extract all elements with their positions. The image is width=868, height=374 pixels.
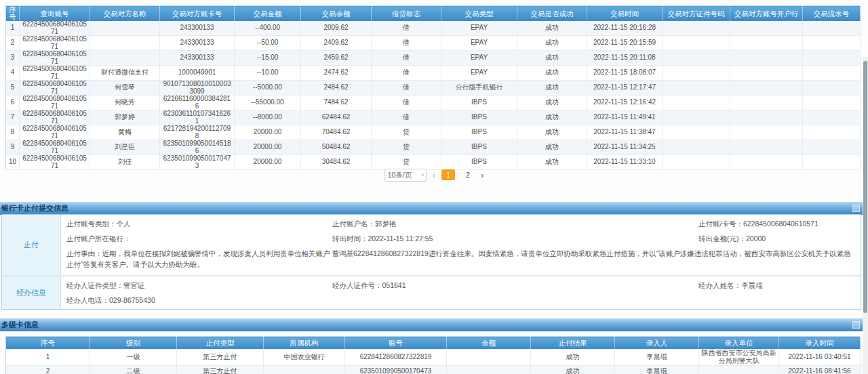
cell-serial	[803, 36, 861, 51]
cell-card: 6230361101073416261	[160, 110, 235, 125]
cell-counterparty: 何雪琴	[90, 81, 160, 96]
collapse-icon[interactable]	[852, 321, 860, 329]
cell-bank	[730, 21, 803, 36]
stop-payment-label: 止付	[2, 215, 61, 275]
page-size-select[interactable]: 10条/页 ˅	[384, 169, 427, 182]
cell-level: 一级	[90, 349, 177, 366]
cell-amount: --8000.00	[235, 110, 301, 125]
cell-entry_org	[699, 366, 779, 374]
table-row: 36228450068040610571243300133--15.002459…	[6, 51, 861, 66]
cell-seq: 2	[6, 36, 20, 51]
cell-seq: 9	[6, 140, 20, 155]
column-header: 所属机构	[264, 337, 345, 350]
table-row: 76228450068040610571郭梦婷62303611010734162…	[6, 110, 861, 125]
stop-payment-content: 止付账号类别：个人 止付账户名：郭梦艳 止付账/卡号：6228450068040…	[61, 215, 861, 275]
handler-info-label: 经办信息	[2, 276, 61, 309]
page-2-button[interactable]: 2	[461, 169, 475, 180]
cell-type: EPAY	[441, 36, 517, 51]
cell-card: 6217281942001127098	[160, 125, 235, 140]
column-header: 交易余额	[301, 6, 372, 22]
cell-serial	[803, 21, 861, 36]
page-numbers: 12	[441, 169, 475, 180]
field-handler-phone: 经办人电话：029-86755430	[66, 293, 332, 308]
cell-account: 6228450068040610571	[20, 110, 90, 125]
cell-entry_time: 2022-11-16 03:40:51	[779, 349, 861, 366]
column-header: 余额	[447, 337, 531, 350]
column-header: 交易对方名称	[90, 6, 160, 22]
cell-stop_type: 第三方止付	[177, 366, 264, 374]
column-header: 级别	[90, 337, 177, 350]
cell-amount: --50.00	[235, 36, 301, 51]
cell-account: 6228450068040610571	[20, 36, 90, 51]
cell-org	[264, 366, 345, 374]
field-account-category: 止付账号类别：个人	[66, 216, 332, 231]
cell-flag: 借	[372, 110, 441, 125]
cell-serial	[803, 81, 861, 96]
stop-payment-info-box: 止付 止付账号类别：个人 止付账户名：郭梦艳 止付账/卡号：6228450068…	[1, 214, 861, 310]
cell-time: 2022-11-15 20:16:28	[587, 21, 663, 36]
cell-account: 6228450068040610571	[20, 81, 90, 96]
cell-balance: 2459.62	[301, 51, 372, 66]
cell-flag: 借	[372, 96, 441, 110]
cell-cert	[663, 21, 730, 36]
stop-payment-reason: 止付事由：近期，我单位在接报刘妮被骗警情中，发现涉案人员利用贵单位相关账户 曹鸿…	[61, 246, 861, 274]
cell-account: 6228450068040610571	[20, 21, 90, 36]
cell-entry_time: 2022-11-16 08:41:56	[779, 366, 861, 374]
column-header: 查询账号	[20, 6, 90, 22]
cell-amount: --55000.00	[235, 96, 301, 110]
cell-amount: 20000.00	[235, 125, 301, 140]
prev-page-button[interactable]: ‹	[433, 169, 435, 181]
cell-success: 成功	[517, 66, 587, 81]
cell-balance	[447, 349, 531, 366]
cell-card: 6216611600003842816	[160, 96, 235, 110]
field-transfer-time: 转出时间：2022-11-15 11:27:55	[332, 231, 698, 246]
stop-payment-fields-row1: 止付账号类别：个人 止付账户名：郭梦艳 止付账/卡号：6228450068040…	[61, 216, 861, 231]
cell-account: 6228412860827322819	[345, 349, 447, 366]
cell-amount: 20000.00	[235, 140, 301, 155]
field-card-number: 止付账/卡号：6228450068040610571	[698, 216, 861, 231]
section-title-text: 多级卡信息	[1, 320, 39, 329]
cell-card: 243300133	[160, 36, 235, 51]
column-header: 交易金额	[235, 6, 301, 22]
cell-counterparty: 何晓芳	[90, 96, 160, 110]
cell-balance: 50484.62	[301, 140, 372, 155]
scrollbar-thumb[interactable]	[863, 61, 867, 313]
cell-card: 9010713080100100033099	[160, 81, 235, 96]
cell-type: IBPS	[441, 140, 517, 155]
cell-time: 2022-11-15 11:38:47	[587, 125, 663, 140]
cell-stop_type: 第三方止付	[177, 349, 264, 366]
column-header: 交易对方账卡号	[160, 6, 235, 22]
cell-success: 成功	[517, 81, 587, 96]
cell-amount: --5000.00	[235, 81, 301, 96]
collapse-icon[interactable]	[852, 205, 860, 212]
cell-bank	[730, 51, 803, 66]
cell-seq: 5	[6, 81, 20, 96]
cell-counterparty: 郭梦婷	[90, 110, 160, 125]
cell-amount: --10.00	[235, 66, 301, 81]
page-1-button[interactable]: 1	[441, 169, 455, 180]
cell-type: 分行版手机银行	[441, 81, 517, 96]
cell-balance	[447, 366, 531, 374]
cell-account: 6228450068040610571	[20, 51, 90, 66]
cell-counterparty: 财付通微信支付	[90, 66, 160, 81]
cell-success: 成功	[517, 140, 587, 155]
vertical-scrollbar[interactable]	[863, 57, 868, 374]
cell-seq: 4	[6, 66, 20, 81]
stop-payment-section-title: 银行卡止付提交信息	[0, 202, 864, 215]
cell-bank	[730, 96, 803, 110]
cell-seq: 1	[6, 349, 90, 366]
stop-payment-fields-row2: 止付账户所在银行： 转出时间：2022-11-15 11:27:55 转出金额(…	[61, 231, 861, 246]
cell-bank	[730, 140, 803, 155]
cell-cert	[663, 110, 730, 125]
cell-time: 2022-11-15 12:17:47	[587, 81, 663, 96]
next-page-button[interactable]: ›	[481, 169, 484, 181]
table-row: 2二级第三方止付6235010990500170473成功李晨琨2022-11-…	[6, 366, 861, 374]
cell-success: 成功	[517, 96, 587, 110]
cell-entered_by: 李晨琨	[615, 349, 699, 366]
cell-success: 成功	[517, 51, 587, 66]
column-header: 录入人	[615, 337, 699, 350]
cell-level: 二级	[90, 366, 177, 374]
cell-flag: 借	[372, 51, 441, 66]
cell-type: IBPS	[441, 125, 517, 140]
cell-card: 6235010990500145186	[160, 140, 235, 155]
